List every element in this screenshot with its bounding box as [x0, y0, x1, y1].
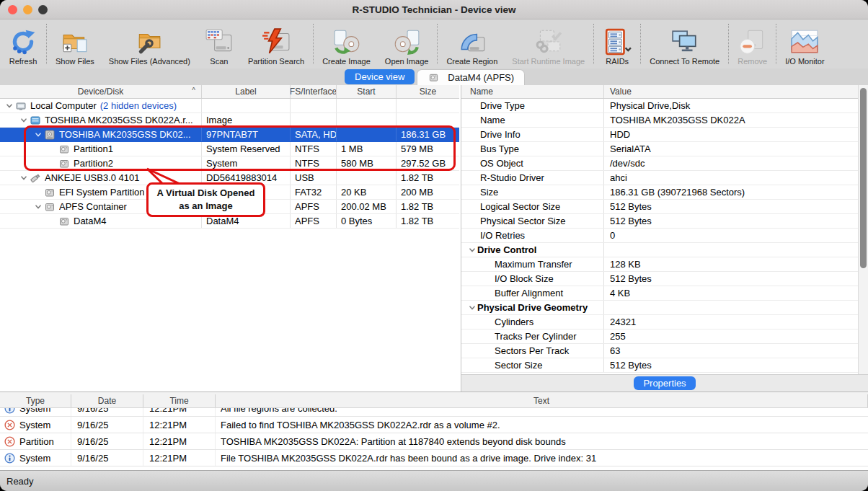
column-header-start[interactable]: Start	[337, 85, 397, 98]
create-image-icon	[332, 27, 361, 57]
open-image-button[interactable]: Open Image	[378, 19, 436, 68]
table-row-partition2[interactable]: Partition2 System NTFS 580 MB 297.52 GB	[0, 156, 459, 171]
log-error-icon	[4, 436, 15, 447]
column-header-device-disk[interactable]: Device/Disk ^	[0, 85, 202, 98]
properties-panel: Name Value Drive TypePhysical Drive,Disk…	[461, 85, 868, 392]
chevron-down-icon[interactable]	[467, 303, 477, 313]
property-row[interactable]: Sector Size512 Bytes	[461, 358, 868, 373]
show-files-icon	[61, 27, 89, 57]
chevron-down-icon[interactable]	[4, 101, 14, 111]
device-tree-panel: Device/Disk ^ Label FS/Interface Start S…	[0, 85, 459, 392]
partition-icon	[429, 73, 440, 83]
partition-icon	[45, 187, 56, 198]
property-row[interactable]: Buffer Alignment4 KB	[461, 286, 868, 301]
refresh-button[interactable]: Refresh	[1, 19, 45, 68]
app-window: R-STUDIO Technician - Device view Refres…	[0, 0, 868, 491]
column-header-size[interactable]: Size	[397, 85, 459, 98]
io-monitor-icon	[790, 27, 819, 57]
property-row[interactable]: I/O Block Size512 Bytes	[461, 272, 868, 286]
log-error-icon	[4, 420, 15, 430]
table-row-ankeje-usb[interactable]: ANKEJE USB3.0 4101 DD56419883014 USB 1.8…	[0, 171, 459, 185]
table-row-apfs-container[interactable]: APFS Container APFS 200.02 MB 1.82 TB	[0, 200, 459, 214]
create-region-button[interactable]: Create Region	[439, 19, 505, 68]
raids-button[interactable]: RAIDs	[595, 19, 639, 68]
property-row[interactable]: I/O Retries0	[461, 229, 868, 243]
raids-icon	[603, 27, 632, 57]
chevron-down-icon[interactable]	[467, 245, 477, 255]
partition-icon	[59, 159, 71, 169]
tab-device-view[interactable]: Device view	[345, 69, 415, 84]
table-row-toshiba-selected[interactable]: TOSHIBA MK2035GSS DK02... 97PNTAB7T SATA…	[0, 128, 459, 142]
property-row[interactable]: Sectors Per Track63	[461, 344, 868, 358]
toolbar-separator	[640, 24, 641, 64]
log-column-date[interactable]: Date	[71, 394, 143, 407]
table-row-efi-system-partition[interactable]: EFI System Partition FAT32 20 KB 200 MB	[0, 185, 459, 200]
start-runtime-image-button: Start Runtime Image	[505, 19, 592, 68]
partition-search-icon	[262, 27, 291, 57]
log-column-text[interactable]: Text	[216, 394, 868, 407]
scan-icon	[205, 27, 234, 57]
tab-bar: Device view DataM4 (APFS)	[0, 68, 868, 85]
tab-datam4[interactable]: DataM4 (APFS)	[417, 69, 525, 85]
property-group-row[interactable]: Drive Control	[461, 243, 868, 257]
log-row[interactable]: Partition 9/16/25 12:21PM TOSHIBA MK2035…	[0, 433, 868, 450]
property-group-row[interactable]: Physical Drive Geometry	[461, 301, 868, 315]
partition-search-button[interactable]: Partition Search	[241, 19, 311, 68]
table-row-datam4[interactable]: DataM4 DataM4 APFS 0 Bytes 1.82 TB	[0, 214, 459, 229]
hidden-devices-link[interactable]: (2 hidden devices)	[100, 100, 177, 111]
column-header-label[interactable]: Label	[202, 85, 291, 98]
toolbar: Refresh Show Files Show Files (Advanced)…	[0, 19, 868, 68]
property-row[interactable]: Drive TypePhysical Drive,Disk	[461, 99, 868, 113]
scrollbar[interactable]	[858, 85, 868, 374]
partition-icon	[59, 144, 71, 154]
log-row[interactable]: System 9/16/25 12:21PM All file regions …	[0, 408, 868, 417]
property-row[interactable]: NameTOSHIBA MK2035GSS DK022A	[461, 113, 868, 128]
log-row[interactable]: System 9/16/25 12:21PM Failed to find TO…	[0, 417, 868, 433]
log-panel: Type Date Time Text System 9/16/25 12:21…	[0, 392, 868, 470]
io-monitor-button[interactable]: I/O Monitor	[778, 19, 831, 68]
chevron-down-icon[interactable]	[19, 173, 29, 183]
column-header-name[interactable]: Name	[461, 85, 604, 98]
main-area: Device/Disk ^ Label FS/Interface Start S…	[0, 85, 868, 392]
open-image-icon	[392, 27, 421, 57]
property-row[interactable]: Physical Sector Size512 Bytes	[461, 214, 868, 229]
log-info-icon	[4, 453, 15, 464]
property-row[interactable]: Drive InfoHDD	[461, 128, 868, 142]
table-row-image-file[interactable]: TOSHIBA MK2035GSS DK022A.r... Image	[0, 113, 459, 128]
computer-icon	[16, 101, 27, 111]
property-row[interactable]: Logical Sector Size512 Bytes	[461, 200, 868, 214]
show-files-button[interactable]: Show Files	[48, 19, 102, 68]
chevron-down-icon[interactable]	[33, 202, 43, 212]
property-row[interactable]: Maximum Transfer128 KB	[461, 257, 868, 272]
create-image-button[interactable]: Create Image	[315, 19, 378, 68]
scrollbar-thumb[interactable]	[860, 88, 867, 268]
title-bar: R-STUDIO Technician - Device view	[0, 0, 868, 19]
create-region-icon	[458, 27, 487, 57]
log-column-type[interactable]: Type	[0, 394, 71, 407]
remove-button: Remove	[730, 19, 774, 68]
properties-tab-button[interactable]: Properties	[634, 376, 695, 390]
connect-to-remote-button[interactable]: Connect To Remote	[642, 19, 727, 68]
property-row[interactable]: OS Object/dev/sdc	[461, 156, 868, 171]
column-header-value[interactable]: Value	[604, 85, 868, 98]
property-row[interactable]: Cylinders24321	[461, 315, 868, 329]
column-header-fs-interface[interactable]: FS/Interface	[291, 85, 337, 98]
log-column-time[interactable]: Time	[143, 394, 216, 407]
log-row[interactable]: System 9/16/25 12:21PM File TOSHIBA MK20…	[0, 450, 868, 466]
scan-button[interactable]: Scan	[198, 19, 241, 68]
sort-ascending-icon: ^	[192, 87, 195, 94]
property-row[interactable]: Size186.31 GB (390721968 Sectors)	[461, 185, 868, 200]
start-runtime-image-icon	[534, 27, 563, 57]
usb-icon	[30, 173, 42, 183]
table-row-local-computer[interactable]: Local Computer (2 hidden devices)	[0, 99, 459, 113]
window-title: R-STUDIO Technician - Device view	[0, 4, 868, 15]
chevron-down-icon[interactable]	[33, 130, 43, 140]
toolbar-separator	[313, 24, 314, 64]
show-files-advanced-button[interactable]: Show Files (Advanced)	[102, 19, 198, 68]
chevron-down-icon[interactable]	[19, 115, 29, 125]
property-row[interactable]: R-Studio Driverahci	[461, 171, 868, 185]
property-row[interactable]: Bus TypeSerialATA	[461, 142, 868, 156]
property-row[interactable]: Tracks Per Cylinder255	[461, 329, 868, 344]
toolbar-separator	[776, 24, 776, 64]
table-row-partition1[interactable]: Partition1 System Reserved NTFS 1 MB 579…	[0, 142, 459, 156]
